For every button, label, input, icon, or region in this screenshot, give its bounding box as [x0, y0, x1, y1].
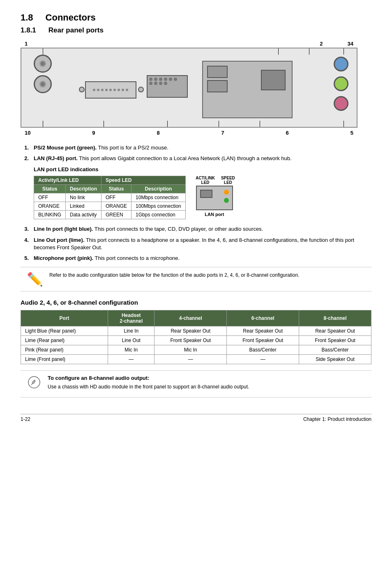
- audio-row-lime-front: Lime (Front panel) — — — Side Speaker Ou…: [21, 355, 371, 364]
- audio-row-lime-rear: Lime (Rear panel) Line Out Front Speaker…: [21, 336, 371, 345]
- subsection-title: Rear panel ports: [48, 26, 104, 34]
- audio-section-title: Audio 2, 4, 6, or 8-channel configuratio…: [21, 299, 371, 306]
- item-num-5: 5.: [21, 255, 29, 262]
- diagram-top-labels: 1 2 3 4: [21, 41, 357, 47]
- label-3: 3: [348, 41, 350, 47]
- list-item-1: 1. PS/2 Mouse port (green). This port is…: [21, 144, 371, 152]
- label-8: 8: [157, 130, 159, 136]
- act-link-led-label: ACT/LINKLED: [196, 176, 215, 185]
- mic-port: [334, 96, 348, 111]
- description-col-2: Description: [131, 185, 186, 193]
- serial-screw-left: [79, 87, 85, 92]
- list-item-2: 2. LAN (RJ-45) port. This port allows Gi…: [21, 155, 371, 162]
- item-num-3: 3.: [21, 225, 29, 233]
- label-5: 5: [350, 130, 353, 136]
- ps2-port-1: [34, 55, 52, 73]
- label-10: 10: [25, 130, 30, 136]
- tip-title: To configure an 8-channel audio output:: [48, 375, 249, 381]
- subsection-number: 1.8.1: [21, 26, 36, 34]
- audio-row-lightblue: Light Blue (Rear panel) Line In Rear Spe…: [21, 326, 371, 336]
- item-num-1: 1.: [21, 144, 29, 152]
- speed-led-label: SPEEDLED: [221, 176, 235, 185]
- led-subheader-row: Status Description Status Description: [34, 185, 186, 193]
- led-row-off: OFF No link OFF 10Mbps connection: [34, 193, 186, 202]
- label-6: 6: [286, 130, 289, 136]
- tip-icon: [27, 375, 42, 393]
- ports-list: 1. PS/2 Mouse port (green). This port is…: [21, 144, 371, 162]
- led-row-orange: ORANGE Linked ORANGE 100Mbps connection: [34, 202, 186, 211]
- line-out-port: [334, 76, 348, 91]
- lan-port-label: LAN port: [194, 212, 235, 217]
- tip-content: To configure an 8-channel audio output: …: [48, 375, 249, 390]
- audio-header-row: Port Headset2-channel 4-channel 6-channe…: [21, 310, 371, 326]
- diagram-bottom-labels: 10 9 8 7 6 5: [21, 130, 357, 136]
- tip-box: To configure an 8-channel audio output: …: [21, 370, 371, 397]
- lan-port-box: [196, 186, 233, 210]
- status-col-2: Status: [101, 185, 131, 193]
- svg-line-1: [31, 384, 32, 385]
- status-col-1: Status: [34, 185, 66, 193]
- label-7: 7: [221, 130, 224, 136]
- chapter-label: Chapter 1: Product introduction: [303, 416, 371, 422]
- label-9: 9: [92, 130, 95, 136]
- tip-text: Use a chassis with HD audio module in th…: [48, 383, 249, 390]
- list-item-5: 5. Microphone port (pink). This port con…: [21, 255, 371, 262]
- serial-screw-right: [138, 87, 144, 92]
- item-text-3: Line In port (light blue). This port con…: [34, 225, 263, 233]
- audio-col-4ch: 4-channel: [154, 310, 227, 326]
- item-text-5: Microphone port (pink). This port connec…: [34, 255, 180, 262]
- vga-port: [147, 75, 188, 98]
- label-2: 2: [320, 41, 323, 47]
- panel-diagram: [21, 48, 357, 128]
- ports-list-cont: 3. Line In port (light blue). This port …: [21, 225, 371, 262]
- item-text-1: PS/2 Mouse port (green). This port is fo…: [34, 144, 168, 152]
- audio-col-6ch: 6-channel: [227, 310, 299, 326]
- lan-port-diagram: ACT/LINKLED SPEEDLED LAN port: [194, 176, 235, 217]
- audio-col-8ch: 8-channel: [299, 310, 371, 326]
- audio-table: Port Headset2-channel 4-channel 6-channe…: [21, 310, 371, 364]
- ps2-port-2: [34, 75, 52, 93]
- list-item-3: 3. Line In port (light blue). This port …: [21, 225, 371, 233]
- page-number: 1-22: [21, 416, 30, 422]
- item-text-2: LAN (RJ-45) port. This port allows Gigab…: [34, 155, 292, 162]
- footer: 1-22 Chapter 1: Product introduction: [21, 414, 371, 422]
- lan-usb-area: [202, 61, 293, 118]
- led-header-row: Activity/Link LED Speed LED: [34, 176, 186, 185]
- note-text: Refer to the audio configuration table b…: [49, 271, 299, 279]
- audio-col-headset: Headset2-channel: [108, 310, 154, 326]
- audio-row-pink: Pink (Rear panel) Mic In Mic In Bass/Cen…: [21, 345, 371, 355]
- description-col-1: Description: [66, 185, 101, 193]
- activity-link-header: Activity/Link LED: [34, 176, 101, 185]
- label-1: 1: [25, 41, 28, 47]
- audio-ports: [334, 57, 348, 111]
- audio-col-port: Port: [21, 310, 108, 326]
- speed-led-header: Speed LED: [101, 176, 186, 185]
- lan-led-section: LAN port LED indications Activity/Link L…: [34, 166, 371, 219]
- item-text-4: Line Out port (lime). This port connects…: [34, 237, 371, 251]
- section-title: Connectors: [46, 12, 96, 23]
- line-in-port: [334, 57, 348, 71]
- note-box: ✏️ Refer to the audio configuration tabl…: [21, 267, 371, 292]
- serial-port: [85, 81, 136, 99]
- item-num-4: 4.: [21, 237, 29, 251]
- led-row-blinking: BLINKING Data activity GREEN 1Gbps conne…: [34, 211, 186, 219]
- note-icon: ✏️: [27, 271, 43, 287]
- lan-led-title: LAN port LED indications: [34, 166, 371, 172]
- label-4: 4: [350, 41, 353, 47]
- list-item-4: 4. Line Out port (lime). This port conne…: [21, 237, 371, 251]
- section-number: 1.8: [21, 12, 33, 23]
- led-table: Activity/Link LED Speed LED Status Descr…: [34, 176, 186, 219]
- item-num-2: 2.: [21, 155, 29, 162]
